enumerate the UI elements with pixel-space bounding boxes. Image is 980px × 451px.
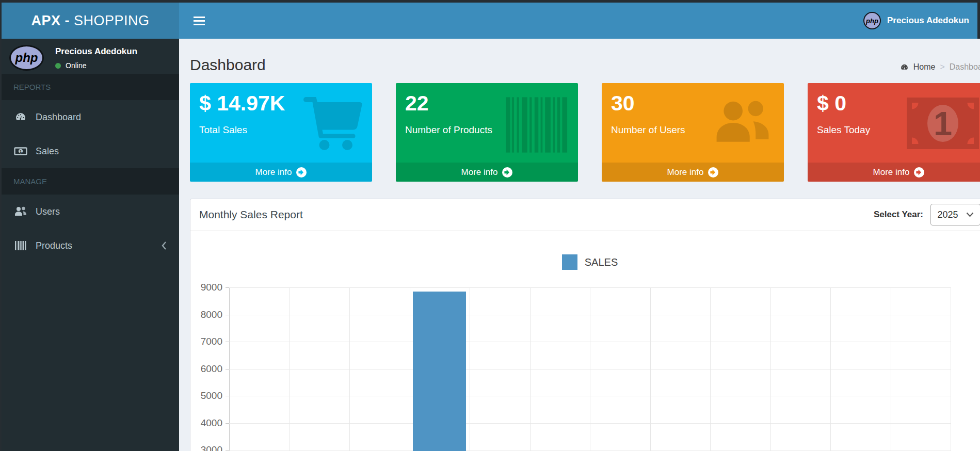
v-gridline <box>290 287 290 451</box>
more-info-label: More info <box>461 167 498 178</box>
legend-label: SALES <box>585 256 618 268</box>
v-gridline <box>891 287 891 451</box>
sidebar-section-manage: MANAGE <box>2 168 179 195</box>
online-status-label: Online <box>66 61 86 70</box>
sidebar-item-dashboard[interactable]: Dashboard <box>2 100 179 134</box>
v-gridline <box>590 287 590 451</box>
arrow-circle-right-icon <box>914 167 924 178</box>
info-box-label: Total Sales <box>199 124 363 136</box>
sidebar: php Precious Adedokun Online REPORTS Das… <box>2 39 179 451</box>
legend-swatch <box>562 254 577 270</box>
info-box-row: $ 14.97K Total Sales More info 22 Number <box>190 83 980 182</box>
year-picker: Select Year: 2025 <box>874 204 980 225</box>
v-gridline <box>951 287 951 451</box>
brand-logo[interactable]: APX - SHOPPING <box>2 3 179 39</box>
sidebar-item-products[interactable]: Products <box>2 229 179 263</box>
breadcrumb: Home > Dashboard <box>900 62 980 72</box>
v-gridline <box>530 287 531 451</box>
panel-title: Monthly Sales Report <box>199 208 303 221</box>
v-gridline <box>470 287 470 451</box>
sidebar-section-reports: REPORTS <box>2 74 179 100</box>
sidebar-item-label: Dashboard <box>36 112 81 123</box>
tachometer-icon <box>14 111 27 123</box>
arrow-circle-right-icon <box>296 167 307 178</box>
arrow-circle-right-icon <box>502 167 512 178</box>
more-info-label: More info <box>255 167 292 178</box>
y-tick <box>226 450 229 450</box>
breadcrumb-separator: > <box>940 62 944 72</box>
y-tick-label: 5000 <box>200 390 222 401</box>
year-select-dropdown[interactable]: 2025 <box>930 204 980 225</box>
info-box-value: $ 14.97K <box>199 91 363 116</box>
y-tick <box>226 342 229 342</box>
y-tick-label: 7000 <box>200 336 222 347</box>
y-tick <box>226 423 229 424</box>
sidebar-user-name: Precious Adedokun <box>55 46 137 57</box>
navbar-user-name: Precious Adedokun <box>887 15 969 26</box>
panel-header: Monthly Sales Report Select Year: 2025 <box>190 199 980 231</box>
info-box-value: 22 <box>405 91 569 116</box>
more-info-link[interactable]: More info <box>396 163 578 182</box>
info-box-value: $ 0 <box>817 91 980 116</box>
sidebar-item-label: Users <box>36 206 60 217</box>
sidebar-item-label: Products <box>36 240 72 251</box>
app-window: APX - SHOPPING php Precious Adedokun php… <box>2 3 977 451</box>
info-box-label: Number of Products <box>405 124 569 136</box>
monthly-sales-panel: Monthly Sales Report Select Year: 2025 S… <box>190 199 980 451</box>
chevron-left-icon <box>160 241 168 250</box>
online-status-icon <box>55 63 61 69</box>
y-tick-label: 6000 <box>200 363 222 375</box>
y-tick-label: 9000 <box>200 282 222 293</box>
svg-text:1: 1 <box>20 149 22 154</box>
sidebar-toggle-button[interactable] <box>188 9 210 33</box>
user-avatar: php <box>863 12 881 29</box>
chart-plot-area: 9000800070006000500040003000200010000 <box>229 287 980 451</box>
more-info-link[interactable]: More info <box>190 163 372 182</box>
select-year-label: Select Year: <box>874 210 923 220</box>
info-box-users: 30 Number of Users More info <box>602 83 784 182</box>
v-gridline <box>770 287 771 451</box>
content-header: Dashboard Home > Dashboard <box>190 39 980 83</box>
sidebar-user-avatar: php <box>9 45 44 71</box>
y-tick <box>226 315 229 315</box>
brand-light: SHOPPING <box>70 13 150 29</box>
v-gridline <box>710 287 711 451</box>
y-tick-label: 8000 <box>200 309 222 320</box>
year-select-value: 2025 <box>937 210 958 220</box>
y-tick-label: 4000 <box>200 417 222 429</box>
sidebar-item-users[interactable]: Users <box>2 195 179 229</box>
more-info-label: More info <box>667 167 704 178</box>
navbar-user-menu[interactable]: php Precious Adedokun <box>863 12 977 29</box>
sales-chart: SALES 9000800070006000500040003000200010… <box>190 231 980 451</box>
more-info-link[interactable]: More info <box>808 163 980 182</box>
breadcrumb-home-link[interactable]: Home <box>913 62 936 72</box>
y-tick <box>226 396 229 396</box>
dashboard-gauge-icon <box>900 63 909 72</box>
users-icon <box>14 205 27 218</box>
hamburger-icon <box>194 17 205 25</box>
v-gridline <box>650 287 651 451</box>
sales-bar[interactable] <box>413 292 467 451</box>
v-gridline <box>349 287 350 451</box>
content-area: Dashboard Home > Dashboard $ 14.97K Tota… <box>179 39 980 451</box>
sidebar-user-status[interactable]: Online <box>55 61 137 70</box>
chevron-down-icon <box>966 212 974 217</box>
sidebar-item-label: Sales <box>36 146 59 157</box>
arrow-circle-right-icon <box>708 167 718 178</box>
more-info-label: More info <box>873 167 910 178</box>
more-info-link[interactable]: More info <box>602 163 784 182</box>
v-gridline <box>830 287 831 451</box>
info-box-label: Sales Today <box>817 124 980 136</box>
y-axis-line <box>229 287 230 451</box>
barcode-icon <box>14 240 27 251</box>
breadcrumb-current: Dashboard <box>950 62 980 72</box>
sidebar-item-sales[interactable]: 1 Sales <box>2 134 179 168</box>
y-tick <box>226 369 229 369</box>
y-tick <box>226 287 229 288</box>
money-icon: 1 <box>14 144 27 158</box>
v-gridline <box>410 287 410 451</box>
info-box-sales-today: $ 0 Sales Today 1 More info <box>808 83 980 182</box>
chart-legend[interactable]: SALES <box>200 254 980 270</box>
page-title: Dashboard <box>190 56 266 74</box>
sidebar-user-panel: php Precious Adedokun Online <box>2 39 179 74</box>
